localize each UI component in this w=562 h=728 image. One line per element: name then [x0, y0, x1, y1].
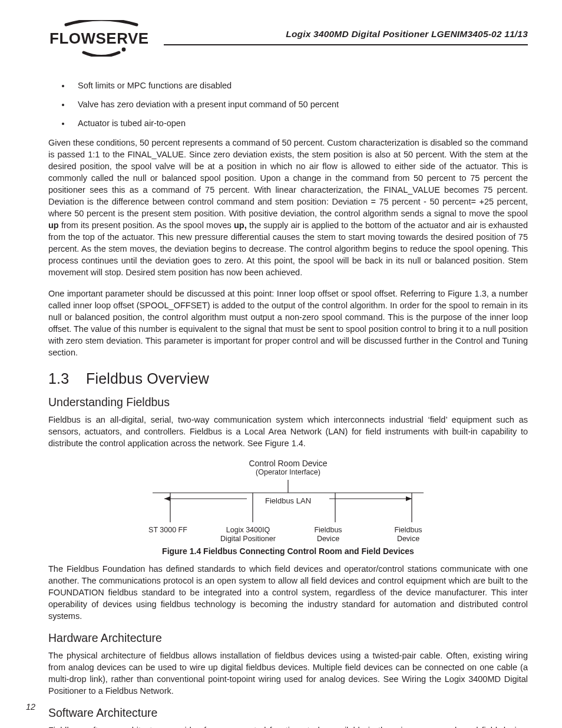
- paragraph: The physical architecture of fieldbus al…: [48, 650, 528, 697]
- figure-device: Fieldbus Device: [373, 526, 444, 543]
- device-line2: Device: [317, 535, 339, 543]
- paragraph: Given these conditions, 50 percent repre…: [48, 137, 528, 278]
- figure-device: Fieldbus Device: [293, 526, 363, 543]
- figure-lan-label: Fieldbus LAN: [262, 496, 315, 505]
- device-line1: Fieldbus: [394, 526, 422, 534]
- svg-marker-7: [406, 496, 412, 501]
- device-line1: ST 3000 FF: [148, 526, 187, 534]
- section-heading: 1.3Fieldbus Overview: [48, 370, 528, 387]
- device-line1: Fieldbus: [314, 526, 342, 534]
- bullet-list: Soft limits or MPC functions are disable…: [48, 80, 528, 129]
- subsection-heading: Understanding Fieldbus: [48, 396, 528, 409]
- page-number: 12: [26, 702, 35, 711]
- figure-device: ST 3000 FF: [133, 526, 203, 543]
- device-line2: Digital Positioner: [220, 535, 276, 543]
- subsection-heading: Hardware Architecture: [48, 631, 528, 645]
- figure-top-label: Control Room Device: [129, 459, 447, 468]
- text-run: Given these conditions, 50 percent repre…: [48, 138, 528, 218]
- bullet-item: Valve has zero deviation with a present …: [71, 99, 528, 110]
- paragraph: One important parameter should be discus…: [48, 288, 528, 358]
- device-line1: Logix 3400IQ: [226, 526, 270, 534]
- document-title: Logix 3400MD Digital Positioner LGENIM34…: [286, 29, 528, 39]
- svg-marker-5: [164, 496, 170, 501]
- svg-text:FLOWSERVE: FLOWSERVE: [49, 29, 149, 47]
- device-line2: Device: [397, 535, 419, 543]
- bullet-item: Soft limits or MPC functions are disable…: [71, 80, 528, 91]
- bold-text: up: [48, 220, 59, 230]
- section-title: Fieldbus Overview: [86, 370, 209, 387]
- paragraph: The Fieldbus Foundation has defined stan…: [48, 563, 528, 622]
- flowserve-logo: FLOWSERVE: [48, 20, 153, 59]
- section-number: 1.3: [48, 370, 86, 387]
- bold-text: up,: [234, 220, 247, 230]
- figure-device: Logix 3400IQ Digital Positioner: [213, 526, 283, 543]
- page-header: FLOWSERVE Logix 3400MD Digital Positione…: [48, 22, 528, 59]
- figure-1-4: Control Room Device (Operator Interface)…: [129, 459, 447, 543]
- paragraph: Fieldbus is an all-digital, serial, two-…: [48, 414, 528, 449]
- text-run: from its present position. As the spool …: [59, 220, 234, 230]
- header-rule: [164, 44, 528, 45]
- subsection-heading: Software Architecture: [48, 706, 528, 720]
- figure-top-sublabel: (Operator Interface): [129, 468, 447, 476]
- paragraph: Fieldbus software architecture provides …: [48, 724, 528, 728]
- figure-caption: Figure 1.4 Fieldbus Connecting Control R…: [48, 546, 528, 556]
- svg-point-1: [122, 48, 126, 52]
- bullet-item: Actuator is tubed air-to-open: [71, 118, 528, 129]
